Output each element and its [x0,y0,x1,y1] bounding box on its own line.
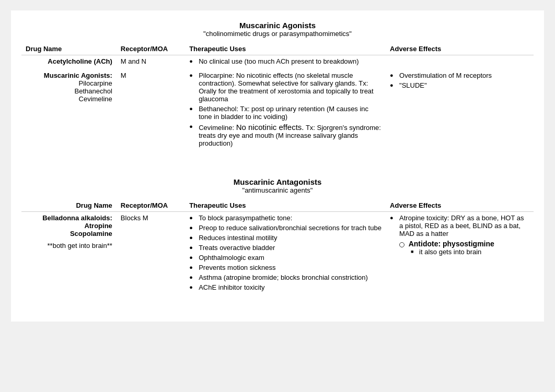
magonists-drug-cell: Muscarinic Agonists: Pilocarpine Bethane… [21,69,117,151]
magonists-adverse-item-1: "SLUDE" [390,81,529,89]
antidote-block: Antidote: physostigmine it also gets int… [400,240,529,256]
magonists-adverse: Overstimulation of M receptors "SLUDE" [386,69,534,151]
magonists-receptor: M [117,69,185,151]
page-container: Muscarinic Agonists "cholinomimetic drug… [11,10,544,322]
magonists-label: Muscarinic Agonists: [26,72,112,79]
magonists-pilocarpine: Pilocarpine [26,79,112,87]
agonists-title: Muscarinic Agonists [21,21,534,30]
antagonists-col-therapeutic: Therapeutic Uses [185,199,386,212]
antidote-circle [399,242,404,247]
antagonists-col-adverse: Adverse Effects [386,199,534,212]
antagonists-col-drug: Drug Name [21,199,117,212]
agonists-subtitle: "cholinomimetic drugs or parasympathomim… [21,30,534,38]
antagonists-therapeutic-4: Ophthalmologic exam [189,254,381,262]
antagonists-therapeutic-7: AChE inhibitor toxicity [189,283,381,291]
antagonists-therapeutic-6: Asthma (atropine bromide; blocks bronchi… [189,274,381,281]
agonists-row-magonists: Muscarinic Agonists: Pilocarpine Bethane… [21,69,534,151]
antagonists-therapeutic-2: Reduces intestinal motility [189,234,381,242]
magonists-cevimeline: Cevimeline [26,95,112,103]
belladonna-atropine: Atropine [26,222,112,230]
antagonists-row-belladonna: Belladonna alkaloids: Atropine Scopolami… [21,212,534,296]
belladonna-adverse-0: Atropine toxicity: DRY as a bone, HOT as… [390,214,529,237]
belladonna-drug-cell: Belladonna alkaloids: Atropine Scopolami… [21,212,117,296]
magonists-therapeutic-item-2: Cevimeline: No nicotinic effects. Tx: Sj… [189,123,381,147]
antagonists-therapeutic-5: Prevents motion sickness [189,264,381,271]
magonists-bethanechol: Bethanechol [26,87,112,95]
ach-name: Acetylcholine (ACh) [48,57,112,65]
belladonna-header: Belladonna alkaloids: [26,214,112,222]
magonists-therapeutic: Pilocarpine: No nicotinic effects (no sk… [185,69,386,151]
ach-receptor: M and N [117,55,185,70]
antagonists-therapeutic-3: Treats overactive bladder [189,244,381,252]
agonists-col-therapeutic: Therapeutic Uses [185,43,386,55]
magonists-therapeutic-item-0: Pilocarpine: No nicotinic effects (no sk… [189,72,381,103]
agonists-col-adverse: Adverse Effects [386,43,534,55]
ach-therapeutic-item-0: No clinical use (too much ACh present to… [189,57,381,65]
agonists-row-ach: Acetylcholine (ACh) M and N No clinical … [21,55,534,70]
antagonists-subtitle: "antimuscarinic agents" [21,186,534,194]
agonists-col-receptor: Receptor/MOA [117,43,185,55]
agonists-table: Drug Name Receptor/MOA Therapeutic Uses … [21,43,534,151]
agonists-col-drug: Drug Name [21,43,117,55]
magonists-therapeutic-item-1: Bethanechol: Tx: post op urinary retenti… [189,105,381,121]
antidote-sub-item: it also gets into brain [411,248,529,256]
ach-drug-cell: Acetylcholine (ACh) [21,55,117,70]
belladonna-receptor: Blocks M [117,212,185,296]
belladonna-adverse: Atropine toxicity: DRY as a bone, HOT as… [386,212,534,296]
ach-therapeutic: No clinical use (too much ACh present to… [185,55,386,70]
antagonists-table: Drug Name Receptor/MOA Therapeutic Uses … [21,199,534,295]
antagonists-col-receptor: Receptor/MOA [117,199,185,212]
antagonists-title: Muscarinic Antagonists [21,177,534,186]
antidote-sub-list: it also gets into brain [411,248,529,256]
antagonists-therapeutic-0: To block parasympathetic tone: [189,214,381,222]
agonists-section: Muscarinic Agonists "cholinomimetic drug… [21,21,534,151]
ach-adverse [386,55,534,70]
antagonists-section: Muscarinic Antagonists "antimuscarinic a… [21,177,534,295]
magonists-adverse-item-0: Overstimulation of M receptors [390,72,529,79]
belladonna-scopolamine: Scopolamine [26,230,112,237]
belladonna-note: **both get into brain** [26,242,112,250]
belladonna-therapeutic: To block parasympathetic tone: Preop to … [185,212,386,296]
antagonists-therapeutic-1: Preop to reduce salivation/bronchial sec… [189,224,381,232]
antidote-label: Antidote: physostigmine [409,240,494,248]
